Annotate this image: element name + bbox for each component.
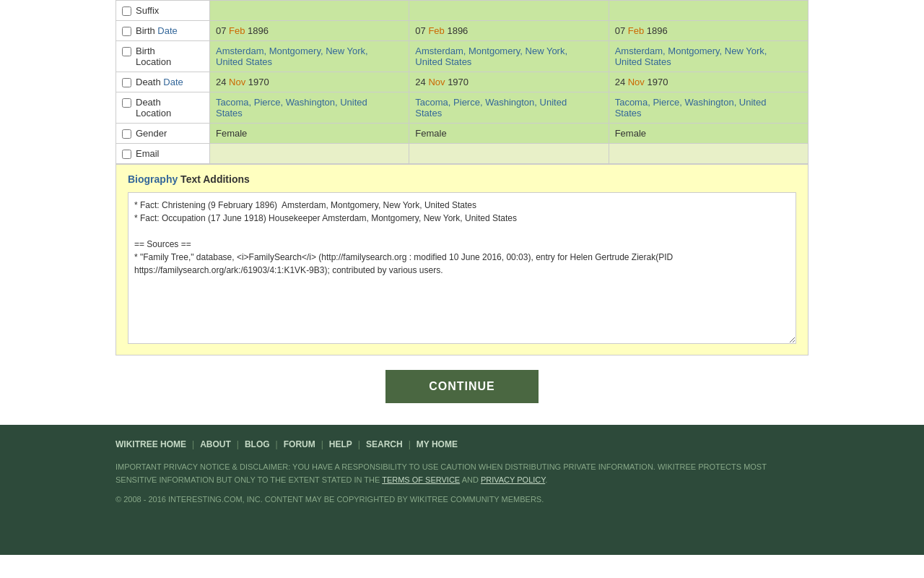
cell-birth-location-col1: Amsterdam, Montgomery, New York,United S… bbox=[210, 41, 409, 72]
footer-nav-help[interactable]: HELP bbox=[329, 439, 352, 449]
footer: WIKITREE HOME | ABOUT | BLOG | FORUM | H… bbox=[0, 425, 924, 555]
checkbox-birth-location[interactable] bbox=[122, 47, 131, 56]
biography-title: Biography Text Additions bbox=[128, 173, 796, 185]
cell-birth-date-col2: 07 Feb 1896 bbox=[409, 21, 609, 41]
table-row-gender: Gender Female Female Female bbox=[116, 124, 808, 144]
cell-email-col1 bbox=[210, 144, 409, 164]
cell-death-location-col1: Tacoma, Pierce, Washington, UnitedStates bbox=[210, 92, 409, 124]
cell-gender-col2: Female bbox=[409, 124, 609, 144]
checkbox-gender[interactable] bbox=[122, 129, 131, 139]
footer-sep-2: | bbox=[237, 439, 239, 449]
table-row-death-date: Death Date 24 Nov 1970 24 Nov 1970 24 No… bbox=[116, 72, 808, 92]
cell-suffix-col3 bbox=[609, 1, 808, 21]
cell-death-date-col1: 24 Nov 1970 bbox=[210, 72, 409, 92]
table-row-birth-date: Birth Date 07 Feb 1896 07 Feb 1896 07 Fe… bbox=[116, 21, 808, 41]
table-row-email: Email bbox=[116, 144, 808, 164]
label-birth-date: Birth Date bbox=[136, 25, 178, 36]
label-email: Email bbox=[136, 148, 160, 159]
checkbox-suffix[interactable] bbox=[122, 7, 131, 16]
cell-death-date-col3: 24 Nov 1970 bbox=[609, 72, 808, 92]
footer-sep-4: | bbox=[321, 439, 323, 449]
footer-nav-wikitree-home[interactable]: WIKITREE HOME bbox=[116, 439, 186, 449]
footer-copyright: © 2008 - 2016 INTERESTING.COM, INC. CONT… bbox=[116, 495, 808, 504]
footer-nav-about[interactable]: ABOUT bbox=[200, 439, 231, 449]
footer-nav-blog[interactable]: BLOG bbox=[245, 439, 270, 449]
continue-section: CONTINUE bbox=[0, 355, 924, 425]
cell-death-location-col3: Tacoma, Pierce, Washington, UnitedStates bbox=[609, 92, 808, 124]
footer-nav-my-home[interactable]: MY HOME bbox=[417, 439, 458, 449]
label-death-date: Death Date bbox=[136, 77, 183, 87]
label-death-location: DeathLocation bbox=[136, 97, 171, 118]
table-row-death-location: DeathLocation Tacoma, Pierce, Washington… bbox=[116, 92, 808, 124]
footer-disclaimer: IMPORTANT PRIVACY NOTICE & DISCLAIMER: Y… bbox=[116, 461, 808, 486]
table-row-suffix: Suffix bbox=[116, 1, 808, 21]
footer-sep-5: | bbox=[358, 439, 360, 449]
label-gender: Gender bbox=[136, 128, 167, 139]
footer-nav-search[interactable]: SEARCH bbox=[366, 439, 403, 449]
cell-suffix-col1 bbox=[210, 1, 409, 21]
cell-suffix-col2 bbox=[409, 1, 609, 21]
continue-button[interactable]: CONTINUE bbox=[385, 370, 539, 403]
footer-sep-6: | bbox=[409, 439, 411, 449]
cell-birth-date-col1: 07 Feb 1896 bbox=[210, 21, 409, 41]
cell-gender-col1: Female bbox=[210, 124, 409, 144]
label-birth-location: BirthLocation bbox=[136, 46, 171, 67]
footer-nav: WIKITREE HOME | ABOUT | BLOG | FORUM | H… bbox=[116, 439, 808, 449]
cell-birth-location-col2: Amsterdam, Montgomery, New York,United S… bbox=[409, 41, 609, 72]
cell-gender-col3: Female bbox=[609, 124, 808, 144]
cell-birth-date-col3: 07 Feb 1896 bbox=[609, 21, 808, 41]
cell-email-col2 bbox=[409, 144, 609, 164]
cell-death-date-col2: 24 Nov 1970 bbox=[409, 72, 609, 92]
checkbox-death-location[interactable] bbox=[122, 98, 131, 108]
footer-privacy-link[interactable]: PRIVACY POLICY bbox=[481, 475, 545, 484]
biography-textarea[interactable]: * Fact: Christening (9 February 1896) Am… bbox=[128, 192, 796, 344]
biography-section: Biography Text Additions * Fact: Christe… bbox=[116, 164, 808, 355]
footer-nav-forum[interactable]: FORUM bbox=[284, 439, 315, 449]
footer-sep-3: | bbox=[276, 439, 278, 449]
checkbox-birth-date[interactable] bbox=[122, 27, 131, 36]
footer-terms-link[interactable]: TERMS OF SERVICE bbox=[382, 475, 460, 484]
cell-death-location-col2: Tacoma, Pierce, Washington, UnitedStates bbox=[409, 92, 609, 124]
biography-title-link: Biography bbox=[128, 173, 178, 185]
table-row-birth-location: BirthLocation Amsterdam, Montgomery, New… bbox=[116, 41, 808, 72]
cell-email-col3 bbox=[609, 144, 808, 164]
label-suffix: Suffix bbox=[136, 5, 159, 16]
cell-birth-location-col3: Amsterdam, Montgomery, New York,United S… bbox=[609, 41, 808, 72]
checkbox-email[interactable] bbox=[122, 150, 131, 159]
checkbox-death-date[interactable] bbox=[122, 78, 131, 87]
footer-sep-1: | bbox=[192, 439, 194, 449]
data-comparison-table: Suffix Birth Date bbox=[116, 0, 808, 164]
